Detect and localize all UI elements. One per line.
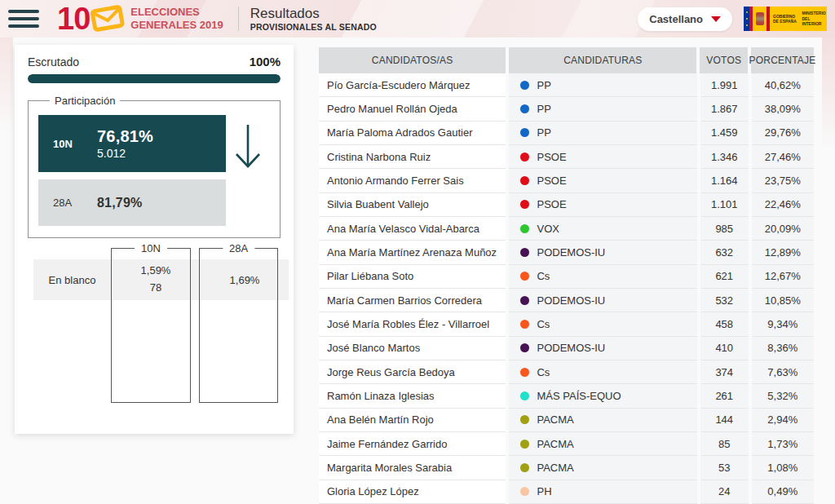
menu-icon[interactable] [8, 6, 39, 32]
party-name: Cs [537, 270, 550, 282]
header-divider [238, 7, 239, 31]
party-color-dot [520, 368, 529, 377]
candidate-name: Cristina Narbona Ruiz [319, 145, 506, 169]
party-color-dot [520, 487, 529, 496]
candidature-cell: PODEMOS-IU [509, 241, 696, 264]
percent-value: 2,94% [752, 409, 814, 432]
escrutado-label: Escrutado [28, 55, 79, 69]
participacion-previous-percent: 81,79% [97, 196, 142, 210]
table-row: Pilar Liébana Soto Cs 621 12,67% [319, 265, 814, 289]
eu-flag-strip [744, 7, 749, 31]
page-title: Resultados PROVISIONALES AL SENADO [250, 6, 377, 32]
party-color-dot [520, 272, 529, 281]
candidate-name: Silvia Buabent Vallejo [319, 193, 506, 217]
app-logo: 10 ELECCIONES GENERALES 2019 [57, 3, 223, 34]
envelope-icon [89, 2, 126, 37]
party-name: PODEMOS-IU [537, 342, 605, 354]
gobierno-label: Gobierno de España [770, 14, 798, 24]
percent-value: 40,62% [752, 73, 814, 97]
candidate-name: Pedro Manuel Rollán Ojeda [319, 97, 506, 121]
party-name: PSOE [537, 175, 566, 187]
party-color-dot [520, 343, 529, 352]
table-row: José María Robles Élez - Villarroel Cs 4… [319, 312, 814, 336]
table-row: Gloria López López PH 24 0,49% [319, 480, 814, 504]
percent-value: 9,34% [752, 312, 814, 336]
table-row: María Carmen Barrios Corredera PODEMOS-I… [319, 289, 814, 312]
header-porcentaje: PORCENTAJE [751, 47, 814, 73]
percent-value: 29,76% [752, 122, 814, 145]
candidate-name: Margarita Morales Sarabia [319, 456, 506, 480]
table-row: Ana Belén Martín Rojo PACMA 144 2,94% [319, 409, 814, 432]
party-name: PP [537, 103, 550, 115]
candidate-name: José Blanco Martos [319, 337, 506, 360]
votes-value: 1.459 [700, 122, 749, 145]
percent-value: 1,08% [752, 456, 814, 480]
candidature-cell: PACMA [509, 456, 696, 480]
party-name: PACMA [537, 438, 573, 450]
participacion-current-votes: 5.012 [97, 147, 153, 160]
candidature-cell: Cs [509, 360, 696, 384]
votes-value: 532 [700, 289, 749, 312]
party-name: PH [537, 485, 551, 497]
table-row: Jorge Reus García Bedoya Cs 374 7,63% [319, 360, 814, 384]
votes-value: 1.346 [700, 145, 749, 169]
percent-value: 27,46% [752, 145, 814, 169]
party-name: PODEMOS-IU [537, 294, 605, 307]
party-color-dot [520, 320, 529, 329]
candidature-cell: PH [509, 480, 696, 504]
participacion-box: Participación 10N 76,81% 5.012 28A 81,79… [28, 95, 281, 238]
percent-value: 0,49% [752, 480, 814, 504]
votes-value: 632 [700, 241, 749, 264]
party-name: PSOE [537, 151, 566, 163]
results-table: CANDIDATOS/AS CANDIDATURAS VOTOS PORCENT… [319, 47, 814, 504]
logo-text: ELECCIONES GENERALES 2019 [130, 6, 223, 33]
logo-number: 10 [57, 3, 90, 34]
votes-value: 621 [700, 265, 749, 289]
percent-value: 38,09% [752, 97, 814, 121]
party-name: MÁS PAÍS-EQUO [537, 390, 621, 402]
percent-value: 7,63% [752, 360, 814, 384]
candidature-cell: PP [509, 73, 696, 97]
candidate-name: María Paloma Adrados Gautier [319, 122, 506, 145]
escrutado-progress-bar [28, 74, 281, 83]
votes-value: 85 [700, 432, 749, 456]
candidate-name: Antonio Armando Ferrer Sais [319, 169, 506, 192]
candidature-cell: PP [509, 97, 696, 121]
party-name: Cs [537, 318, 550, 330]
stat-row: En blanco 1,59% 78 1,69% [33, 259, 289, 300]
party-name: PODEMOS-IU [537, 246, 605, 259]
candidature-cell: PSOE [509, 169, 696, 192]
party-name: PP [537, 79, 550, 91]
table-row: Silvia Buabent Vallejo PSOE 1.101 22,46% [319, 193, 814, 217]
candidate-name: Ana María Velasco Vidal-Abarca [319, 217, 506, 241]
language-selector[interactable]: Castellano [638, 7, 732, 31]
party-name: VOX [537, 223, 559, 235]
percent-value: 12,89% [752, 241, 814, 264]
candidature-cell: MÁS PAÍS-EQUO [509, 384, 696, 408]
votes-value: 1.101 [700, 193, 749, 217]
candidate-name: José María Robles Élez - Villarroel [319, 312, 506, 336]
header: 10 ELECCIONES GENERALES 2019 Resultados … [0, 0, 835, 38]
percent-value: 5,32% [752, 384, 814, 408]
party-color-dot [520, 224, 529, 233]
party-color-dot [520, 128, 529, 137]
candidature-cell: PP [509, 122, 696, 145]
table-row: Margarita Morales Sarabia PACMA 53 1,08% [319, 456, 814, 480]
participacion-current-percent: 76,81% [97, 127, 153, 146]
party-color-dot [520, 440, 529, 449]
party-name: PP [537, 126, 550, 139]
coat-of-arms-icon [756, 12, 764, 25]
percent-value: 20,09% [752, 217, 814, 241]
table-row: Ramón Linaza Iglesias MÁS PAÍS-EQUO 261 … [319, 384, 814, 408]
votes-value: 1.991 [700, 73, 749, 97]
results-table-header: CANDIDATOS/AS CANDIDATURAS VOTOS PORCENT… [319, 47, 814, 73]
party-color-dot [520, 81, 529, 90]
party-name: PACMA [537, 413, 573, 426]
candidature-cell: VOX [509, 217, 696, 241]
percent-value: 8,36% [752, 337, 814, 360]
party-color-dot [520, 296, 529, 305]
participacion-title: Participación [50, 95, 120, 107]
candidate-name: María Carmen Barrios Corredera [319, 289, 506, 312]
votes-value: 985 [700, 217, 749, 241]
party-color-dot [520, 104, 529, 113]
